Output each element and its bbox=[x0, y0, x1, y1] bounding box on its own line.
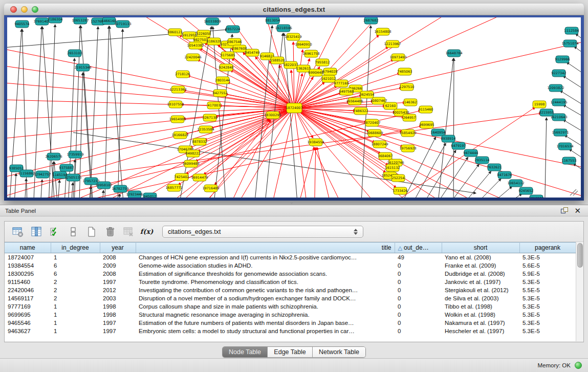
graph-node[interactable]: 2867546 bbox=[227, 38, 242, 46]
graph-node[interactable]: 16648784 bbox=[445, 50, 462, 57]
graph-node[interactable]: 16857771 bbox=[165, 184, 182, 191]
tab-network-table[interactable]: Network Table bbox=[313, 347, 365, 357]
column-header[interactable]: in_degree bbox=[51, 243, 100, 253]
paired-rows-icon[interactable] bbox=[66, 225, 80, 238]
graph-node[interactable]: 6497568 bbox=[339, 88, 354, 95]
graph-node[interactable]: 16099489 bbox=[182, 160, 199, 167]
graph-node[interactable]: 7486322 bbox=[354, 107, 368, 115]
graph-node[interactable]: 17016534 bbox=[556, 143, 573, 150]
table-row[interactable]: 1938455462009Genome-wide association stu… bbox=[5, 261, 576, 270]
graph-node[interactable]: 10543382 bbox=[187, 42, 204, 49]
graph-node[interactable]: 10654112 bbox=[507, 180, 524, 187]
graph-node[interactable]: 12213363 bbox=[169, 86, 186, 93]
graph-node[interactable]: 8813054 bbox=[266, 17, 280, 24]
graph-node[interactable]: 3624554 bbox=[360, 91, 375, 98]
graph-node[interactable]: 7632621 bbox=[487, 164, 502, 171]
graph-node[interactable]: 62160 bbox=[384, 102, 397, 110]
graph-node[interactable]: 9474444 bbox=[464, 149, 478, 157]
graph-node[interactable]: 8938914 bbox=[441, 135, 456, 142]
graph-node[interactable]: 9227342 bbox=[552, 70, 567, 77]
graph-node[interactable]: 19654985 bbox=[169, 116, 186, 123]
graph-node[interactable]: 8860123 bbox=[168, 29, 183, 36]
graph-node[interactable]: 18640910 bbox=[295, 41, 312, 48]
graph-node[interactable]: 16961758 bbox=[302, 50, 319, 57]
row-checks-icon[interactable] bbox=[48, 225, 61, 238]
graph-node[interactable]: 19166822 bbox=[171, 132, 188, 139]
graph-node[interactable]: 8454749 bbox=[245, 49, 260, 56]
graph-node[interactable]: 10719133 bbox=[114, 20, 131, 28]
zoom-window-button[interactable] bbox=[32, 6, 38, 13]
minimize-window-button[interactable] bbox=[21, 6, 28, 13]
graph-node[interactable]: 12505135 bbox=[64, 174, 81, 181]
column-header[interactable]: year bbox=[100, 243, 136, 253]
table-row[interactable]: 1830029562008Estimation of significance … bbox=[5, 270, 576, 278]
graph-node[interactable]: 17359919 bbox=[67, 151, 83, 158]
column-header[interactable]: short bbox=[442, 243, 519, 253]
graph-node[interactable]: 146362 bbox=[404, 99, 417, 106]
graph-node[interactable]: 945012 bbox=[143, 193, 157, 198]
graph-node[interactable]: 10688609 bbox=[366, 129, 383, 137]
graph-node[interactable]: 2653103 bbox=[68, 50, 82, 57]
graph-node[interactable]: 2186304 bbox=[48, 17, 63, 23]
graph-node[interactable]: 1615132 bbox=[385, 164, 400, 171]
column-header[interactable]: title bbox=[136, 243, 395, 253]
graph-node[interactable]: 2718126 bbox=[176, 71, 190, 78]
window-titlebar[interactable]: citations_edges.txt bbox=[4, 4, 584, 15]
graph-node[interactable]: 7425402 bbox=[175, 173, 189, 181]
graph-node[interactable]: 1167553 bbox=[562, 157, 577, 164]
graph-node[interactable]: 16914479 bbox=[191, 174, 208, 181]
graph-node[interactable]: 8215955 bbox=[539, 109, 554, 116]
graph-node[interactable]: 16782759 bbox=[112, 185, 128, 192]
close-panel-icon[interactable]: ✕ bbox=[574, 207, 581, 214]
graph-node[interactable]: 7857224 bbox=[226, 26, 241, 33]
float-panel-icon[interactable] bbox=[561, 207, 568, 214]
graph-node[interactable]: 9313276 bbox=[529, 195, 544, 198]
graph-node[interactable]: 18325419 bbox=[285, 33, 301, 40]
tab-node-table[interactable]: Node Table bbox=[223, 347, 268, 357]
graph-node[interactable]: 11156862 bbox=[18, 170, 35, 177]
graph-node[interactable]: 12942757 bbox=[34, 171, 51, 178]
graph-node[interactable]: 18107554 bbox=[167, 101, 184, 108]
tab-edge-table[interactable]: Edge Table bbox=[268, 347, 313, 357]
table-row[interactable]: 977716911998Corpus callosum shape and si… bbox=[5, 302, 576, 311]
graph-node[interactable]: 15998 bbox=[533, 101, 546, 108]
graph-node[interactable]: 3175685 bbox=[221, 52, 235, 59]
graph-node[interactable]: 9129966 bbox=[555, 56, 570, 63]
graph-node[interactable]: 15854920 bbox=[399, 129, 416, 137]
graph-node[interactable]: 21915346 bbox=[74, 64, 91, 71]
graph-node[interactable]: 12444195 bbox=[550, 99, 567, 106]
network-svg[interactable]: 1872400718300295886012359129555226058982… bbox=[7, 17, 581, 198]
graph-node[interactable]: 12093822 bbox=[547, 84, 564, 92]
graph-node[interactable]: 10958107 bbox=[95, 182, 112, 189]
graph-node[interactable]: 19218596 bbox=[275, 25, 292, 32]
graph-node[interactable]: 8427552 bbox=[213, 90, 228, 97]
graph-node[interactable]: 8471676 bbox=[497, 171, 512, 179]
graph-node[interactable]: 12353584 bbox=[197, 126, 214, 133]
graph-node[interactable]: 19756928 bbox=[399, 145, 416, 152]
graph-node[interactable]: 12213967 bbox=[384, 40, 401, 48]
show-columns-icon[interactable] bbox=[29, 225, 43, 238]
graph-node[interactable]: 15692971 bbox=[552, 129, 569, 136]
delete-table-icon[interactable] bbox=[103, 225, 117, 238]
graph-node[interactable]: 26206576 bbox=[45, 153, 62, 160]
graph-node[interactable]: 9405574 bbox=[15, 20, 30, 28]
column-header[interactable]: pagerank bbox=[519, 243, 576, 253]
graph-node[interactable]: 1588520 bbox=[270, 57, 285, 64]
table-row[interactable]: 2242004622012Investigating the contribut… bbox=[5, 286, 576, 294]
graph-node[interactable]: 8186328 bbox=[207, 38, 222, 45]
column-header[interactable]: name bbox=[5, 243, 51, 253]
table-row[interactable]: 969969511998Structural magnetic resonanc… bbox=[5, 311, 576, 319]
graph-node[interactable]: 26564486 bbox=[346, 98, 363, 105]
new-table-icon[interactable] bbox=[84, 225, 98, 238]
graph-node[interactable]: 417003 bbox=[207, 102, 221, 109]
graph-node[interactable]: 9242848 bbox=[219, 64, 234, 71]
graph-node[interactable]: 2803144 bbox=[215, 77, 230, 84]
graph-node[interactable]: 3267130 bbox=[203, 114, 217, 121]
graph-node[interactable]: 2935114 bbox=[475, 157, 490, 164]
table-scrollbar-thumb[interactable] bbox=[577, 243, 583, 268]
graph-node[interactable]: 18720407 bbox=[363, 119, 380, 126]
column-header[interactable]: △out_de… bbox=[395, 243, 442, 253]
graph-node[interactable]: 252254 bbox=[391, 174, 405, 182]
graph-node[interactable]: 19384554 bbox=[307, 139, 324, 146]
graph-node[interactable]: 6990448 bbox=[309, 69, 323, 76]
